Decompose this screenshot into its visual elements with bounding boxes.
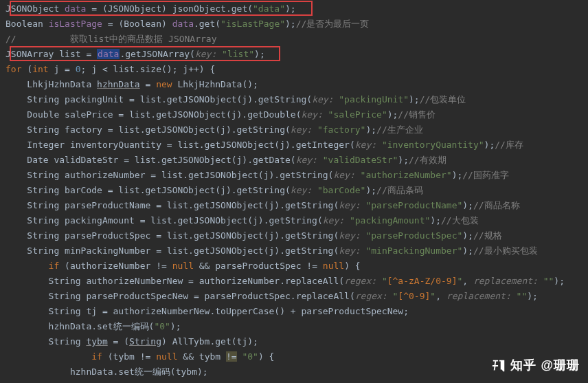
- code-line: Boolean isLastPage = (Boolean) data.get(…: [5, 17, 588, 32]
- code-line: String parseProductName = list.getJSONOb…: [5, 198, 588, 213]
- code-line: String authorizeNumber = list.getJSONObj…: [5, 168, 588, 183]
- watermark: 知乎 @珊珊: [491, 358, 580, 373]
- code-editor: JSONObject data = (JSONObject) jsonObjec…: [5, 1, 588, 380]
- code-line: Integer inventoryQuantity = list.getJSON…: [5, 138, 588, 153]
- code-line: JSONArray list = data.getJSONArray(key: …: [5, 47, 588, 62]
- code-line: Date validDateStr = list.getJSONObject(j…: [5, 153, 588, 168]
- code-line: String tj = authorizeNumberNew.toUpperCa…: [5, 304, 588, 319]
- code-line: if (authorizeNumber != null && parseProd…: [5, 259, 588, 274]
- code-line: String authorizeNumberNew = authorizeNum…: [5, 274, 588, 289]
- code-line: String parseProductSpecNew = parseProduc…: [5, 289, 588, 304]
- code-line: String minPackingNumber = list.getJSONOb…: [5, 243, 588, 259]
- code-line: for (int j = 0; j < list.size(); j++) {: [5, 62, 588, 77]
- code-line: String parseProductSpec = list.getJSONOb…: [5, 228, 588, 243]
- code-line: String barCode = list.getJSONObject(j).g…: [5, 183, 588, 198]
- code-line: String tybm = (String) AllTybm.get(tj);: [5, 334, 588, 349]
- code-line: Double salePrice = list.getJSONObject(j)…: [5, 107, 588, 122]
- code-line: hzhnData.set统一编码("0");: [5, 319, 588, 334]
- code-line: String factory = list.getJSONObject(j).g…: [5, 122, 588, 138]
- zhihu-icon: [491, 358, 506, 373]
- code-line: String packingUnit = list.getJSONObject(…: [5, 92, 588, 107]
- code-line: // 获取list中的商品数据 JSONArray: [5, 32, 588, 47]
- code-line: LhkjHzhnData hzhnData = new LhkjHzhnData…: [5, 77, 588, 92]
- code-line: JSONObject data = (JSONObject) jsonObjec…: [5, 1, 588, 17]
- code-line: String packingAmount = list.getJSONObjec…: [5, 213, 588, 228]
